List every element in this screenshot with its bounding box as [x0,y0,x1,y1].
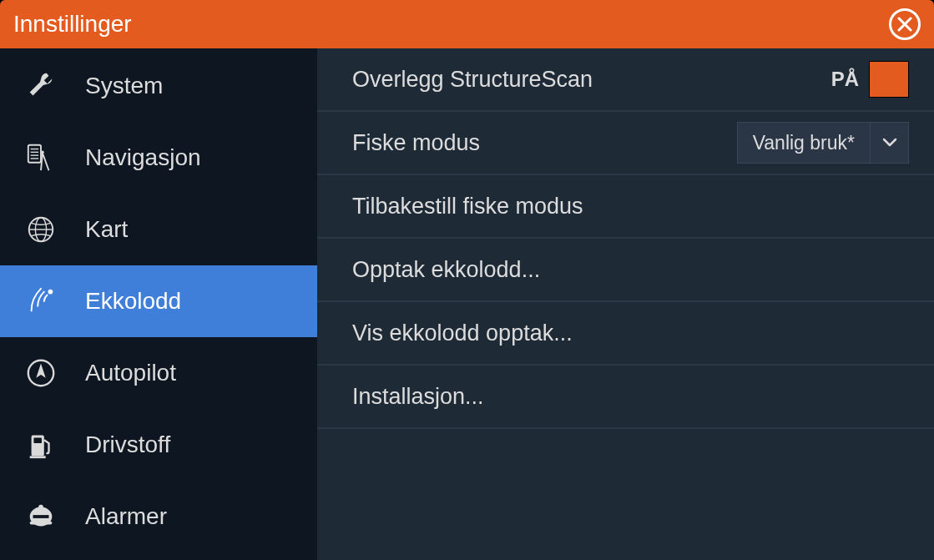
svg-rect-14 [33,437,42,443]
sidebar-item-kart[interactable]: Kart [0,194,317,265]
dropdown-value: Vanlig bruk* [738,132,870,154]
compass-calc-icon [23,140,58,175]
dropdown-control[interactable]: Vanlig bruk* [737,122,909,164]
chevron-down-icon [870,122,908,164]
row-installasjon[interactable]: Installasjon... [317,366,934,429]
sidebar-item-alarmer[interactable]: Alarmer [0,481,317,552]
toggle-box [869,61,909,98]
sidebar-item-label: Navigasjon [85,144,201,171]
svg-rect-18 [30,522,53,525]
sidebar-item-navigasjon[interactable]: Navigasjon [0,122,317,194]
row-opptak-ekkolodd[interactable]: Opptak ekkolodd... [317,239,934,302]
sidebar-item-label: Kart [85,216,128,243]
sidebar-item-label: Alarmer [85,503,167,530]
row-label: Tilbakestill fiske modus [352,194,583,219]
bell-icon [23,499,58,534]
content-panel: Overlegg StructureScan PÅ Fiske modus Va… [317,48,934,560]
sidebar-item-drivstoff[interactable]: Drivstoff [0,409,317,481]
close-button[interactable] [889,8,921,40]
svg-point-7 [41,150,44,154]
row-label: Installasjon... [352,384,484,410]
svg-point-11 [48,290,53,295]
globe-icon [23,212,58,247]
row-label: Vis ekkolodd opptak... [352,320,573,346]
svg-rect-17 [33,515,49,518]
row-label: Overlegg StructureScan [352,67,593,93]
header-bar: Innstillinger [0,0,934,48]
toggle-control[interactable]: PÅ [831,61,909,98]
sidebar-item-label: Autopilot [85,360,176,386]
sidebar: System Navigasjon [0,48,317,560]
signal-icon [23,284,58,319]
row-label: Opptak ekkolodd... [352,257,540,283]
row-tilbakestill-fiske-modus[interactable]: Tilbakestill fiske modus [317,175,934,239]
close-icon [897,17,912,32]
row-overlegg-structurescan[interactable]: Overlegg StructureScan PÅ [317,48,934,112]
sidebar-item-system[interactable]: System [0,50,317,122]
sidebar-item-autopilot[interactable]: Autopilot [0,337,317,409]
wrench-icon [23,68,58,103]
sidebar-item-label: Ekkolodd [85,288,181,315]
fuel-icon [23,427,58,462]
svg-rect-2 [28,145,41,163]
row-label: Fiske modus [352,130,480,156]
svg-rect-15 [30,456,46,458]
toggle-label: PÅ [831,68,859,91]
sidebar-item-label: System [85,73,163,99]
row-fiske-modus[interactable]: Fiske modus Vanlig bruk* [317,112,934,175]
row-vis-ekkolodd-opptak[interactable]: Vis ekkolodd opptak... [317,302,934,366]
nav-arrow-icon [23,356,58,391]
sidebar-item-ekkolodd[interactable]: Ekkolodd [0,265,317,337]
sidebar-item-label: Drivstoff [85,431,170,458]
header-title: Innstillinger [13,11,132,38]
svg-point-19 [38,505,43,510]
